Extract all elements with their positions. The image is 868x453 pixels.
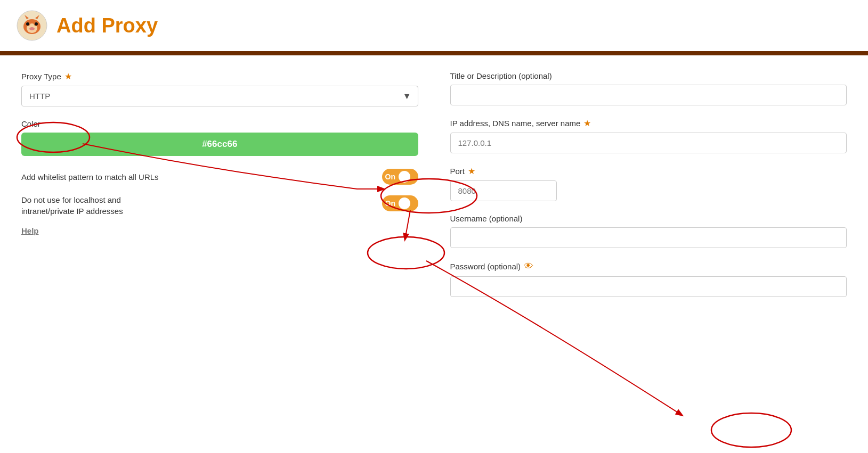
whitelist-toggle-label: On (385, 172, 395, 181)
localhost-toggle[interactable]: On (382, 195, 418, 211)
password-field: Password (optional) 👁 (450, 261, 847, 297)
username-label: Username (optional) (450, 214, 847, 223)
password-input[interactable] (450, 276, 847, 297)
help-link[interactable]: Help (21, 226, 39, 235)
svg-point-7 (29, 27, 35, 30)
proxy-type-field: Proxy Type ★ HTTP HTTPS SOCKS4 SOCKS5 ▼ (21, 71, 418, 106)
username-field: Username (optional) (450, 214, 847, 248)
whitelist-label: Add whitelist pattern to match all URLs (21, 172, 372, 182)
whitelist-toggle-row: Add whitelist pattern to match all URLs … (21, 169, 418, 185)
title-input[interactable] (450, 85, 847, 105)
ip-label: IP address, DNS name, server name ★ (450, 118, 847, 128)
ip-input[interactable] (450, 133, 847, 153)
page-title: Add Proxy (56, 14, 158, 37)
svg-point-5 (26, 22, 29, 26)
page-header: Add Proxy (0, 0, 868, 53)
proxy-type-select-wrapper: HTTP HTTPS SOCKS4 SOCKS5 ▼ (21, 86, 418, 106)
ip-required-star: ★ (583, 118, 591, 128)
ip-field: IP address, DNS name, server name ★ (450, 118, 847, 153)
localhost-toggle-label: On (385, 199, 395, 208)
color-label: Color (21, 119, 418, 128)
color-field: Color #66cc66 (21, 119, 418, 156)
username-input[interactable] (450, 227, 847, 248)
eye-icon[interactable]: 👁 (524, 261, 533, 272)
left-column: Proxy Type ★ HTTP HTTPS SOCKS4 SOCKS5 ▼ … (21, 71, 418, 310)
port-input[interactable] (450, 180, 557, 201)
required-star: ★ (64, 71, 72, 81)
localhost-toggle-row: Do not use for localhost and intranet/pr… (21, 194, 418, 217)
whitelist-toggle[interactable]: On (382, 169, 418, 185)
localhost-toggle-circle (399, 197, 410, 209)
localhost-label: Do not use for localhost and intranet/pr… (21, 194, 372, 217)
title-field: Title or Description (optional) (450, 71, 847, 105)
proxy-type-label: Proxy Type ★ (21, 71, 418, 81)
right-column: Title or Description (optional) IP addre… (450, 71, 847, 310)
proxy-type-select[interactable]: HTTP HTTPS SOCKS4 SOCKS5 (22, 86, 418, 106)
port-label: Port ★ (450, 166, 847, 176)
color-swatch-button[interactable]: #66cc66 (21, 133, 418, 156)
form-grid: Proxy Type ★ HTTP HTTPS SOCKS4 SOCKS5 ▼ … (21, 71, 847, 310)
port-required-star: ★ (468, 166, 475, 176)
whitelist-toggle-circle (399, 171, 410, 183)
title-label: Title or Description (optional) (450, 71, 847, 80)
form-container: Proxy Type ★ HTTP HTTPS SOCKS4 SOCKS5 ▼ … (0, 55, 868, 453)
password-label-row: Password (optional) 👁 (450, 261, 847, 272)
svg-point-6 (35, 22, 38, 26)
app-logo (16, 10, 48, 42)
port-field: Port ★ (450, 166, 847, 201)
